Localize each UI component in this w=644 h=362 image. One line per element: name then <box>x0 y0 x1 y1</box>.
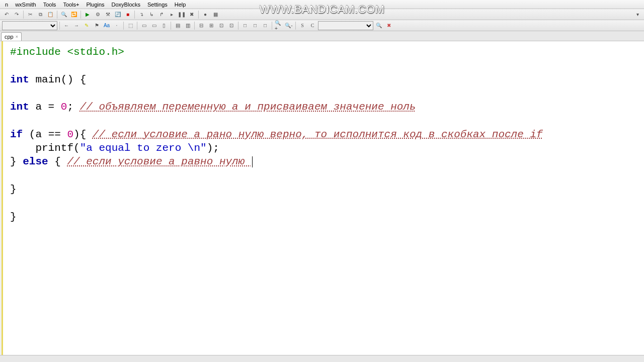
stop-debug-icon[interactable]: ✖ <box>187 10 196 19</box>
code-line-13: } <box>10 211 17 223</box>
undo-icon[interactable]: ↶ <box>2 10 11 19</box>
code-kw-if: if <box>10 129 23 140</box>
code-line-11: } <box>10 184 17 195</box>
menubar: n wxSmith Tools Tools+ Plugins DoxyBlock… <box>0 0 644 9</box>
unfold-all-icon[interactable]: ⊡ <box>227 21 236 30</box>
tab-close-icon[interactable]: × <box>16 34 18 39</box>
rebuild-icon[interactable]: 🔄 <box>113 10 122 19</box>
unfold-icon[interactable]: ⊞ <box>207 21 216 30</box>
paste-icon[interactable]: 📋 <box>46 10 55 19</box>
code-editor[interactable]: #include <stdio.h> int main() { int a = … <box>0 41 644 355</box>
code-line-3: main() { <box>29 74 86 85</box>
run-icon[interactable]: ▶ <box>83 10 92 19</box>
c-icon[interactable]: C <box>308 21 317 30</box>
code-line-1: #include <stdio.h> <box>10 46 124 58</box>
select-icon[interactable]: ⬚ <box>126 21 135 30</box>
target-select[interactable] <box>2 21 57 30</box>
code-kw-else: else <box>23 156 48 167</box>
box2-icon[interactable]: □ <box>251 21 260 30</box>
text-cursor <box>252 156 253 167</box>
file-tab[interactable]: cpp × <box>1 32 22 41</box>
code-string: "a equal to zero \n" <box>80 142 207 154</box>
code-comment-3: // если условие а равно нулю <box>67 156 251 167</box>
stop-icon[interactable]: ■ <box>123 10 132 19</box>
change-gutter <box>0 41 3 355</box>
menu-item-toolsplus[interactable]: Tools+ <box>60 1 82 8</box>
file-tab-label: cpp <box>5 34 14 40</box>
menu-item-tools[interactable]: Tools <box>40 1 59 8</box>
menu-item-plugins[interactable]: Plugins <box>83 1 107 8</box>
step-out-icon[interactable]: ↱ <box>157 10 166 19</box>
box3-icon[interactable]: □ <box>261 21 270 30</box>
indent-icon[interactable]: ▤ <box>173 21 182 30</box>
menu-item-help[interactable]: Help <box>172 1 189 8</box>
menu-item-0[interactable]: n <box>2 1 11 8</box>
dropdown-icon[interactable]: ▾ <box>633 10 642 19</box>
build-icon[interactable]: ⚒ <box>103 10 112 19</box>
code-kw-int1: int <box>10 74 29 85</box>
match-icon[interactable]: ∙ <box>112 21 121 30</box>
menu-item-wxsmith[interactable]: wxSmith <box>12 1 39 8</box>
menu-item-doxyblocks[interactable]: DoxyBlocks <box>109 1 143 8</box>
code-comment-2: // если условие а рано нулю верно, то ис… <box>93 129 543 140</box>
build-run-icon[interactable]: ⚙ <box>93 10 102 19</box>
toolbar-1: ↶ ↷ ✂ ⧉ 📋 🔍 🔁 ▶ ⚙ ⚒ 🔄 ■ ↴ ↳ ↱ ▸ ❚❚ ✖ ● ▦… <box>0 9 644 20</box>
uncomment-icon[interactable]: ▭ <box>149 21 158 30</box>
fold-all-icon[interactable]: ⊡ <box>217 21 226 30</box>
find-icon[interactable]: 🔍 <box>59 10 68 19</box>
code-comment-1: // объявляем переменную а и присваиваем … <box>80 101 416 113</box>
settings-icon[interactable]: ✖ <box>384 21 393 30</box>
forward-icon[interactable]: → <box>72 21 81 30</box>
status-bar <box>0 355 644 362</box>
code-kw-int2: int <box>10 101 29 113</box>
code-area[interactable]: #include <stdio.h> int main() { int a = … <box>0 41 644 228</box>
cut-icon[interactable]: ✂ <box>26 10 35 19</box>
replace-icon[interactable]: 🔁 <box>69 10 78 19</box>
window-icon[interactable]: ▦ <box>211 10 220 19</box>
menu-item-settings[interactable]: Settings <box>144 1 171 8</box>
zoom-in-icon[interactable]: 🔍+ <box>274 21 283 30</box>
step-into-icon[interactable]: ↳ <box>147 10 156 19</box>
comment-icon[interactable]: ▭ <box>139 21 148 30</box>
tab-bar: cpp × <box>0 31 644 41</box>
block-comment-icon[interactable]: ▯ <box>159 21 169 30</box>
bookmark-icon[interactable]: ⚑ <box>92 21 101 30</box>
toggle-breakpoint-icon[interactable]: ● <box>201 10 210 19</box>
step-over-icon[interactable]: ↴ <box>137 10 146 19</box>
zoom-out-icon[interactable]: 🔍- <box>284 21 293 30</box>
unindent-icon[interactable]: ▥ <box>183 21 192 30</box>
continue-icon[interactable]: ▸ <box>167 10 176 19</box>
redo-icon[interactable]: ↷ <box>12 10 21 19</box>
uppercase-icon[interactable]: Aa <box>102 21 111 30</box>
box1-icon[interactable]: □ <box>240 21 250 30</box>
copy-icon[interactable]: ⧉ <box>36 10 45 19</box>
highlight-icon[interactable]: ✎ <box>82 21 91 30</box>
search-icon[interactable]: 🔍 <box>374 21 383 30</box>
pause-icon[interactable]: ❚❚ <box>177 10 186 19</box>
symbol-select[interactable] <box>318 21 373 30</box>
s-icon[interactable]: S <box>298 21 307 30</box>
fold-icon[interactable]: ⊟ <box>197 21 206 30</box>
back-icon[interactable]: ← <box>62 21 71 30</box>
toolbar-2: ← → ✎ ⚑ Aa ∙ ⬚ ▭ ▭ ▯ ▤ ▥ ⊟ ⊞ ⊡ ⊡ □ □ □ 🔍… <box>0 20 644 31</box>
